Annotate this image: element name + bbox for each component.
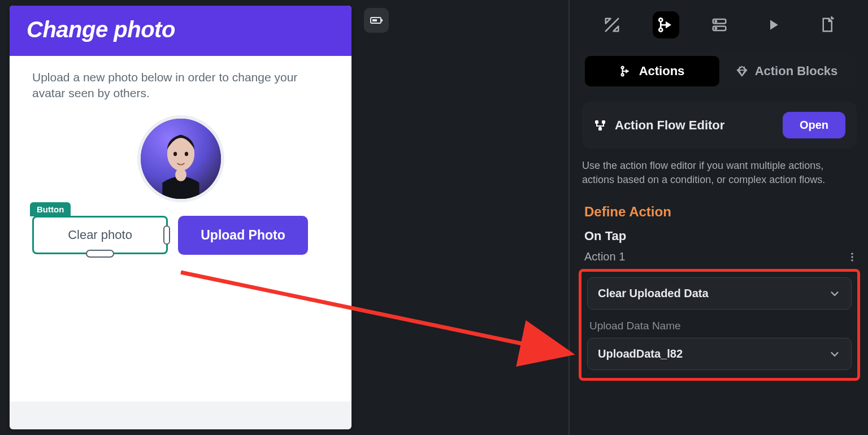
action-type-value: Clear Uploaded Data — [598, 287, 709, 300]
upload-photo-button[interactable]: Upload Photo — [178, 216, 308, 255]
preview-body: Upload a new photo below in order to cha… — [10, 56, 351, 402]
upload-data-name-select[interactable]: UploadData_l82 — [587, 338, 852, 370]
segment-action-blocks-label: Action Blocks — [755, 64, 838, 79]
svg-point-21 — [851, 259, 853, 261]
properties-panel: Actions Action Blocks Action Flow Editor… — [571, 0, 868, 435]
page-title: Change photo — [27, 17, 335, 42]
tab-backend-icon[interactable] — [706, 11, 733, 38]
highlight-box: Clear Uploaded Data Upload Data Name Upl… — [579, 269, 860, 381]
open-flow-editor-button[interactable]: Open — [783, 112, 845, 138]
device-preview-button[interactable] — [364, 8, 389, 33]
action-index-label: Action 1 — [584, 250, 625, 263]
tab-preview-icon[interactable] — [760, 11, 786, 38]
svg-point-4 — [175, 168, 186, 181]
tab-document-icon[interactable] — [813, 11, 840, 38]
svg-point-3 — [184, 151, 188, 155]
upload-data-name-value: UploadData_l82 — [598, 347, 683, 360]
flow-editor-card: Action Flow Editor Open — [582, 102, 857, 149]
actions-segmented-control: Actions Action Blocks — [582, 53, 857, 89]
upload-data-name-label: Upload Data Name — [589, 320, 854, 332]
clear-photo-button[interactable]: Clear photo — [32, 216, 168, 254]
tab-actions-icon[interactable] — [653, 11, 679, 38]
svg-point-20 — [851, 256, 853, 258]
upload-photo-button-label: Upload Photo — [201, 228, 285, 242]
flow-editor-title: Action Flow Editor — [615, 118, 775, 133]
open-button-label: Open — [800, 119, 828, 131]
kebab-icon — [847, 251, 858, 263]
selection-badge: Button — [30, 202, 71, 216]
button-row: Button Clear photo Upload Photo — [32, 216, 329, 255]
svg-rect-17 — [602, 120, 605, 124]
action-row: Action 1 — [584, 250, 858, 263]
segment-actions[interactable]: Actions — [585, 56, 719, 86]
svg-point-19 — [851, 253, 853, 254]
flow-icon — [593, 119, 607, 132]
preview-description: Upload a new photo below in order to cha… — [32, 69, 329, 102]
action-type-select[interactable]: Clear Uploaded Data — [587, 277, 852, 310]
resize-handle-bottom[interactable] — [86, 250, 114, 258]
svg-rect-18 — [598, 127, 602, 130]
svg-point-2 — [173, 151, 176, 155]
branch-icon — [620, 65, 632, 77]
define-action-heading: Define Action — [584, 204, 868, 220]
chevron-down-icon — [828, 348, 841, 360]
chevron-down-icon — [828, 288, 841, 300]
avatar — [137, 115, 224, 202]
preview-card: Change photo Upload a new photo below in… — [10, 6, 351, 429]
svg-rect-6 — [381, 19, 383, 21]
panel-divider — [568, 0, 570, 435]
svg-rect-7 — [372, 19, 377, 21]
action-more-button[interactable] — [847, 251, 858, 263]
panel-tab-strip — [571, 0, 868, 44]
device-icon — [370, 14, 383, 27]
svg-point-13 — [715, 28, 717, 29]
segment-actions-label: Actions — [639, 64, 685, 79]
avatar-image — [141, 119, 221, 199]
avatar-container — [32, 115, 329, 202]
segment-action-blocks[interactable]: Action Blocks — [719, 56, 854, 86]
tab-design-icon[interactable] — [599, 11, 626, 38]
resize-handle-right[interactable] — [163, 225, 170, 245]
svg-rect-16 — [595, 120, 598, 124]
clear-photo-button-label: Clear photo — [68, 228, 132, 242]
action-trigger-label: On Tap — [584, 229, 868, 243]
selected-widget-wrap: Button Clear photo — [32, 216, 168, 254]
diamond-icon — [736, 65, 748, 77]
preview-header: Change photo — [10, 6, 351, 56]
flow-editor-description: Use the action flow editor if you want m… — [582, 159, 857, 187]
svg-point-12 — [715, 21, 717, 23]
